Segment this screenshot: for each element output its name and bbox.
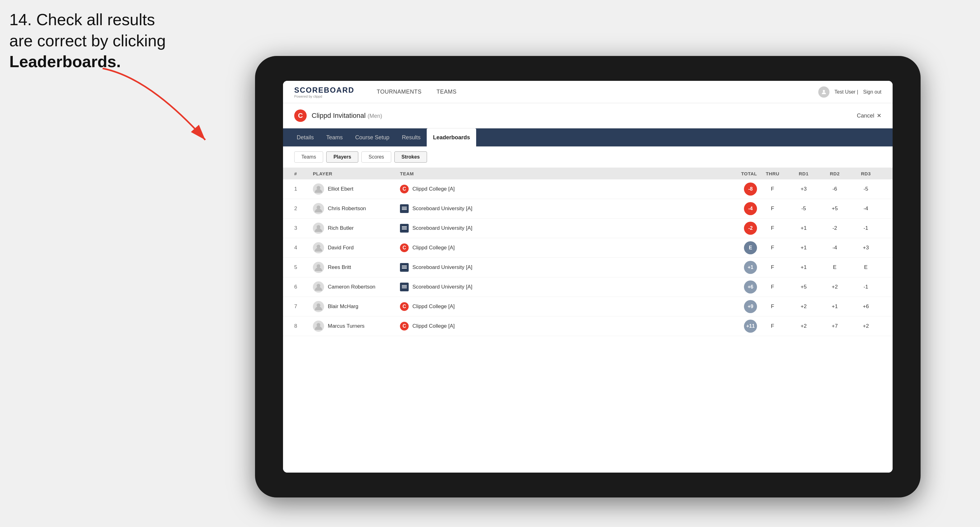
player-cell: David Ford	[313, 242, 400, 253]
total-cell: +11	[707, 320, 757, 333]
rd1-cell: +5	[788, 284, 819, 290]
team-logo-clippd: C	[400, 302, 409, 311]
rd1-cell: +1	[788, 245, 819, 251]
rd1-cell: +1	[788, 225, 819, 231]
table-row: 4 David Ford C Clippd College [A] E F +1…	[283, 238, 892, 258]
player-name: Marcus Turners	[328, 323, 364, 329]
rd2-cell: E	[819, 264, 850, 270]
tab-course-setup[interactable]: Course Setup	[349, 129, 396, 146]
score-badge: +11	[744, 320, 757, 333]
score-badge: -4	[744, 202, 757, 215]
thru-cell: F	[757, 245, 788, 251]
player-avatar	[313, 301, 324, 312]
team-logo-clippd: C	[400, 243, 409, 252]
player-cell: Chris Robertson	[313, 203, 400, 214]
player-avatar	[313, 183, 324, 195]
player-cell: Blair McHarg	[313, 301, 400, 312]
col-player: PLAYER	[313, 171, 400, 176]
rd1-cell: +1	[788, 264, 819, 270]
user-icon	[818, 86, 829, 98]
rd2-cell: +7	[819, 323, 850, 329]
total-cell: -4	[707, 202, 757, 215]
rank-number: 7	[294, 303, 313, 310]
team-cell: C Clippd College [A]	[400, 322, 707, 330]
rd2-cell: -2	[819, 225, 850, 231]
svg-rect-17	[402, 285, 407, 286]
player-avatar	[313, 281, 324, 292]
score-badge: -8	[744, 183, 757, 195]
team-logo-sb	[400, 204, 409, 213]
svg-rect-15	[402, 268, 407, 268]
total-cell: -2	[707, 222, 757, 235]
table-body: 1 Elliot Ebert C Clippd College [A] -8 F…	[283, 179, 892, 473]
sign-out-link[interactable]: Sign out	[863, 89, 881, 95]
player-avatar	[313, 242, 324, 253]
col-total: TOTAL	[707, 171, 757, 176]
player-cell: Marcus Turners	[313, 321, 400, 332]
rd3-cell: E	[850, 264, 881, 270]
rd3-cell: +3	[850, 245, 881, 251]
player-name: Rees Britt	[328, 264, 351, 270]
player-cell: Cameron Robertson	[313, 281, 400, 292]
thru-cell: F	[757, 323, 788, 329]
tournament-title: Clippd Invitational (Men)	[312, 112, 382, 120]
player-name: Blair McHarg	[328, 303, 358, 310]
svg-rect-5	[402, 208, 407, 209]
thru-cell: F	[757, 303, 788, 310]
logo-text: SCOREBOARD	[294, 86, 354, 95]
rank-number: 6	[294, 284, 313, 290]
tab-leaderboards[interactable]: Leaderboards	[427, 129, 476, 146]
rd2-cell: +5	[819, 205, 850, 212]
nav-teams[interactable]: TEAMS	[429, 81, 465, 103]
col-thru: THRU	[757, 171, 788, 176]
tab-details[interactable]: Details	[291, 129, 320, 146]
total-cell: E	[707, 241, 757, 254]
filter-scores[interactable]: Scores	[361, 151, 391, 163]
instruction-text: 14. Check all results are correct by cli…	[10, 10, 166, 73]
nav-links: TOURNAMENTS TEAMS	[369, 81, 818, 103]
filter-strokes[interactable]: Strokes	[395, 151, 427, 163]
table-row: 3 Rich Butler Scoreboard University [A] …	[283, 219, 892, 238]
nav-tournaments[interactable]: TOURNAMENTS	[369, 81, 429, 103]
nav-right: Test User | Sign out	[818, 86, 881, 98]
tab-teams[interactable]: Teams	[320, 129, 349, 146]
total-cell: +1	[707, 261, 757, 274]
team-name: Scoreboard University [A]	[412, 284, 473, 290]
thru-cell: F	[757, 264, 788, 270]
thru-cell: F	[757, 225, 788, 231]
team-logo-clippd: C	[400, 185, 409, 194]
tournament-header: C Clippd Invitational (Men) Cancel ✕	[283, 103, 892, 129]
score-badge: +1	[744, 261, 757, 274]
rd2-cell: +2	[819, 284, 850, 290]
total-cell: +6	[707, 281, 757, 294]
team-name: Clippd College [A]	[412, 186, 455, 192]
player-name: Elliot Ebert	[328, 186, 353, 192]
team-cell: C Clippd College [A]	[400, 302, 707, 311]
team-name: Clippd College [A]	[412, 245, 455, 251]
filter-teams[interactable]: Teams	[294, 151, 323, 163]
rd3-cell: -1	[850, 284, 881, 290]
table-row: 6 Cameron Robertson Scoreboard Universit…	[283, 277, 892, 297]
team-cell: Scoreboard University [A]	[400, 224, 707, 233]
team-name: Clippd College [A]	[412, 323, 455, 329]
tablet-screen: SCOREBOARD Powered by clippd TOURNAMENTS…	[283, 81, 892, 473]
svg-rect-8	[402, 226, 407, 227]
team-cell: C Clippd College [A]	[400, 185, 707, 194]
rd1-cell: +2	[788, 323, 819, 329]
team-logo-sb	[400, 224, 409, 233]
team-logo-clippd: C	[400, 322, 409, 330]
rd3-cell: +6	[850, 303, 881, 310]
cancel-button[interactable]: Cancel ✕	[857, 112, 881, 119]
filter-players[interactable]: Players	[326, 151, 358, 163]
nav-user-label: Test User |	[834, 89, 858, 95]
col-team: TEAM	[400, 171, 707, 176]
rd1-cell: +3	[788, 186, 819, 192]
rank-number: 8	[294, 323, 313, 329]
table-row: 8 Marcus Turners C Clippd College [A] +1…	[283, 316, 892, 336]
tab-results[interactable]: Results	[396, 129, 427, 146]
rd2-cell: -6	[819, 186, 850, 192]
table-row: 1 Elliot Ebert C Clippd College [A] -8 F…	[283, 179, 892, 199]
table-row: 7 Blair McHarg C Clippd College [A] +9 F…	[283, 297, 892, 316]
team-cell: Scoreboard University [A]	[400, 204, 707, 213]
team-cell: C Clippd College [A]	[400, 243, 707, 252]
